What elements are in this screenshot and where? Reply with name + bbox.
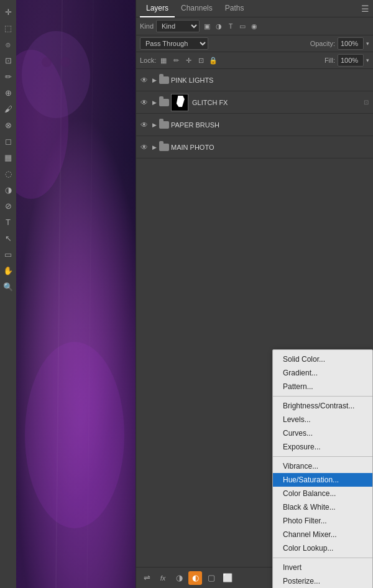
hand-tool-icon[interactable]: ✋ [1,264,15,277]
menu-item-pattern[interactable]: Pattern... [273,380,372,393]
glitch-thumb-visual [172,94,188,111]
layer-link-to-canvas-icon[interactable]: ⊡ [362,98,371,107]
tab-layers[interactable]: Layers [140,0,175,17]
pixel-filter-icon[interactable]: ▣ [202,21,212,31]
svg-point-7 [42,57,52,67]
lock-all-icon[interactable]: 🔒 [208,55,218,65]
crop-tool-icon[interactable]: ⊡ [1,53,15,67]
pen-tool-icon[interactable]: ⊘ [1,199,15,213]
new-adjustment-layer-icon[interactable]: ◐ [188,571,202,585]
fx-icon[interactable]: fx [156,571,170,585]
tab-channels[interactable]: Channels [175,0,219,17]
lock-icons: ▦ ✏ ✛ ⊡ 🔒 [159,55,218,65]
layer-item-paper-brush[interactable]: 👁 ▶ PAPER BRUSH [136,114,373,136]
menu-item-vibrance[interactable]: Vibrance... [273,459,372,473]
move-tool-icon[interactable]: ✛ [1,5,15,19]
menu-item-photo-filter[interactable]: Photo Filter... [273,514,372,528]
layer-visibility-icon-main-photo[interactable]: 👁 [139,142,150,153]
menu-item-color-lookup[interactable]: Color Lookup... [273,541,372,555]
menu-item-hue-saturation[interactable]: Hue/Saturation... [273,473,372,487]
menu-item-solid-color[interactable]: Solid Color... [273,352,372,366]
kind-select[interactable]: Kind [156,20,200,32]
layer-expand-icon-pink-lights[interactable]: ▶ [150,76,159,85]
layer-visibility-icon-pink-lights[interactable]: 👁 [139,75,150,86]
eraser-icon[interactable]: ◻ [1,134,15,148]
layer-name-main-photo: MAIN PHOTO [171,144,371,151]
lock-row: Lock: ▦ ✏ ✛ ⊡ 🔒 Fill: ▾ [136,52,373,69]
kind-icons: ▣ ◑ T ▭ ◉ [202,21,259,31]
layer-folder-icon-paper-brush [159,121,170,129]
fill-input[interactable] [338,54,364,67]
opacity-label: Opacity: [310,40,335,47]
lock-artboard-icon[interactable]: ⊡ [196,55,206,65]
gradient-fill-icon[interactable]: ▦ [1,150,15,164]
lasso-tool-icon[interactable]: ⌾ [1,37,15,51]
opacity-arrow-icon: ▾ [366,40,369,47]
select-tool-icon[interactable]: ⬚ [1,21,15,35]
blend-mode-select[interactable]: Pass Through Normal Multiply Screen Over… [140,37,208,50]
menu-item-posterize[interactable]: Posterize... [273,574,372,588]
menu-item-brightness-contrast[interactable]: Brightness/Contrast... [273,399,372,413]
svg-point-6 [22,31,90,118]
layer-name-paper-brush: PAPER BRUSH [171,121,371,129]
left-toolbar: ✛ ⬚ ⌾ ⊡ ✏ ⊕ 🖌 ⊗ ◻ ▦ ◌ ◑ ⊘ T ↖ ▭ ✋ 🔍 [0,0,16,588]
smart-filter-icon[interactable]: ◉ [249,21,259,31]
layer-expand-icon-glitch-fx[interactable]: ▶ [150,98,159,107]
layer-visibility-icon-paper-brush[interactable]: 👁 [139,119,150,131]
layer-expand-icon-paper-brush[interactable]: ▶ [150,121,159,129]
lock-pixel-icon[interactable]: ▦ [159,55,168,65]
panel-menu-icon[interactable]: ☰ [361,4,369,14]
layer-name-glitch-fx: GLITCH FX [192,99,362,106]
new-group-icon[interactable]: ▢ [205,571,218,585]
layer-mask-thumbnail-glitch-fx [171,94,188,111]
layer-expand-icon-main-photo[interactable]: ▶ [150,143,159,152]
type-filter-icon[interactable]: T [226,21,236,31]
zoom-tool-icon[interactable]: 🔍 [1,280,15,293]
fill-arrow-icon: ▾ [366,57,369,63]
layer-visibility-icon-glitch-fx[interactable]: 👁 [139,97,150,108]
type-tool-icon[interactable]: T [1,215,15,229]
svg-point-8 [60,57,70,67]
clone-stamp-icon[interactable]: ⊗ [1,118,15,132]
menu-item-color-balance[interactable]: Color Balance... [273,487,372,500]
shape-tool-icon[interactable]: ▭ [1,247,15,261]
menu-item-exposure[interactable]: Exposure... [273,440,372,454]
menu-item-channel-mixer[interactable]: Channel Mixer... [273,528,372,541]
blur-tool-icon[interactable]: ◌ [1,167,15,180]
menu-divider-2 [273,456,372,457]
lock-position-icon[interactable]: ✛ [183,55,193,65]
menu-item-levels[interactable]: Levels... [273,413,372,426]
layer-folder-icon-glitch-fx [159,98,170,107]
dodge-tool-icon[interactable]: ◑ [1,183,15,196]
layer-name-pink-lights: PINK LIGHTS [171,76,371,84]
layer-folder-icon-main-photo [159,143,170,152]
kind-row: Kind Kind ▣ ◑ T ▭ ◉ [136,17,373,35]
canvas-image [0,0,136,588]
tab-paths[interactable]: Paths [219,0,251,17]
adjustment-filter-icon[interactable]: ◑ [214,21,224,31]
canvas-svg [0,0,136,588]
adjustment-layer-menu: Solid Color... Gradient... Pattern... Br… [272,349,373,588]
link-layers-icon[interactable]: ⇌ [140,571,154,585]
eyedropper-icon[interactable]: ✏ [1,70,15,83]
layer-item-pink-lights[interactable]: 👁 ▶ PINK LIGHTS [136,69,373,91]
layer-item-main-photo[interactable]: 👁 ▶ MAIN PHOTO [136,136,373,158]
brush-tool-icon[interactable]: 🖌 [1,102,15,116]
kind-label: Kind [140,22,154,30]
layer-item-glitch-fx[interactable]: 👁 ▶ GLITCH FX ⊡ [136,91,373,114]
layer-folder-icon-pink-lights [159,76,170,85]
lock-paint-icon[interactable]: ✏ [171,55,181,65]
opacity-input[interactable] [338,37,364,50]
layer-mask-icon[interactable]: ◑ [172,571,186,585]
new-layer-icon[interactable]: ⬜ [221,571,234,585]
shape-filter-icon[interactable]: ▭ [237,21,247,31]
menu-item-curves[interactable]: Curves... [273,426,372,440]
menu-item-gradient[interactable]: Gradient... [273,366,372,380]
svg-point-5 [25,342,124,528]
menu-item-invert[interactable]: Invert [273,561,372,574]
heal-tool-icon[interactable]: ⊕ [1,86,15,99]
menu-divider-3 [273,558,372,558]
blend-row: Pass Through Normal Multiply Screen Over… [136,35,373,52]
path-select-icon[interactable]: ↖ [1,231,15,245]
menu-item-black-white[interactable]: Black & White... [273,500,372,514]
